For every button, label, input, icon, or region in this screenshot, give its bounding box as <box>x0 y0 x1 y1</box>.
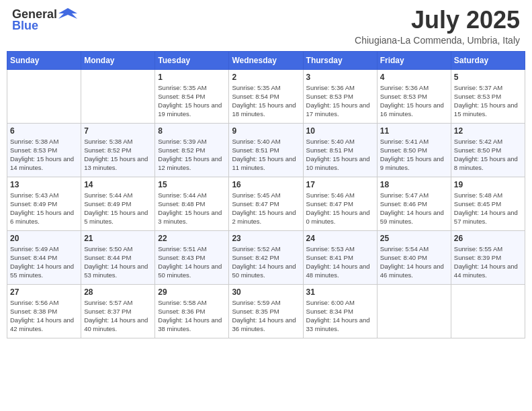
day-number: 3 <box>306 73 374 82</box>
sunrise-text: Sunrise: 5:55 AM <box>454 244 522 253</box>
col-tuesday: Tuesday <box>155 51 229 69</box>
day-number: 23 <box>232 234 300 243</box>
day-number: 7 <box>84 126 152 136</box>
sunset-text: Sunset: 8:44 PM <box>84 253 152 262</box>
day-info: Sunrise: 5:47 AMSunset: 8:46 PMDaylight:… <box>380 191 448 226</box>
sunset-text: Sunset: 8:54 PM <box>232 92 300 101</box>
location-title: Chiugiana-La Commenda, Umbria, Italy <box>355 35 520 46</box>
sunset-text: Sunset: 8:52 PM <box>84 146 152 154</box>
day-number: 16 <box>232 180 300 189</box>
table-row: 18Sunrise: 5:47 AMSunset: 8:46 PMDayligh… <box>377 177 451 230</box>
daylight-text: Daylight: 14 hours and 40 minutes. <box>84 316 152 334</box>
sunrise-text: Sunrise: 5:40 AM <box>232 137 300 146</box>
daylight-text: Daylight: 14 hours and 50 minutes. <box>232 262 300 280</box>
sunrise-text: Sunrise: 6:00 AM <box>306 298 374 307</box>
sunset-text: Sunset: 8:49 PM <box>84 199 152 208</box>
col-friday: Friday <box>377 51 451 69</box>
col-sunday: Sunday <box>7 51 81 69</box>
sunrise-text: Sunrise: 5:36 AM <box>306 83 374 92</box>
sunrise-text: Sunrise: 5:44 AM <box>84 191 152 199</box>
table-row: 13Sunrise: 5:43 AMSunset: 8:49 PMDayligh… <box>7 177 81 230</box>
day-number: 11 <box>380 126 448 136</box>
day-number: 15 <box>158 180 226 189</box>
table-row: 7Sunrise: 5:38 AMSunset: 8:52 PMDaylight… <box>81 123 155 177</box>
day-info: Sunrise: 5:49 AMSunset: 8:44 PMDaylight:… <box>10 244 78 280</box>
day-info: Sunrise: 5:40 AMSunset: 8:51 PMDaylight:… <box>306 137 374 173</box>
logo-bird-icon <box>58 7 77 21</box>
day-number: 21 <box>84 234 152 243</box>
day-info: Sunrise: 5:53 AMSunset: 8:41 PMDaylight:… <box>306 244 374 280</box>
day-number: 1 <box>158 73 226 82</box>
day-info: Sunrise: 5:55 AMSunset: 8:39 PMDaylight:… <box>454 244 522 280</box>
day-info: Sunrise: 5:50 AMSunset: 8:44 PMDaylight:… <box>84 244 152 280</box>
sunrise-text: Sunrise: 5:40 AM <box>306 137 374 146</box>
sunset-text: Sunset: 8:38 PM <box>10 307 78 316</box>
sunset-text: Sunset: 8:52 PM <box>158 146 226 154</box>
sunrise-text: Sunrise: 5:53 AM <box>306 244 374 253</box>
calendar-week-1: 1Sunrise: 5:35 AMSunset: 8:54 PMDaylight… <box>7 69 525 123</box>
table-row <box>81 69 155 123</box>
daylight-text: Daylight: 15 hours and 2 minutes. <box>232 208 300 226</box>
table-row: 26Sunrise: 5:55 AMSunset: 8:39 PMDayligh… <box>451 230 525 284</box>
day-number: 20 <box>10 234 78 243</box>
daylight-text: Daylight: 14 hours and 57 minutes. <box>454 208 522 226</box>
day-info: Sunrise: 5:52 AMSunset: 8:42 PMDaylight:… <box>232 244 300 280</box>
table-row: 23Sunrise: 5:52 AMSunset: 8:42 PMDayligh… <box>229 230 303 284</box>
table-row: 22Sunrise: 5:51 AMSunset: 8:43 PMDayligh… <box>155 230 229 284</box>
daylight-text: Daylight: 14 hours and 36 minutes. <box>232 316 300 334</box>
table-row: 12Sunrise: 5:42 AMSunset: 8:50 PMDayligh… <box>451 123 525 177</box>
day-info: Sunrise: 5:58 AMSunset: 8:36 PMDaylight:… <box>158 298 226 334</box>
table-row: 24Sunrise: 5:53 AMSunset: 8:41 PMDayligh… <box>303 230 377 284</box>
sunset-text: Sunset: 8:50 PM <box>454 146 522 154</box>
table-row: 10Sunrise: 5:40 AMSunset: 8:51 PMDayligh… <box>303 123 377 177</box>
sunset-text: Sunset: 8:50 PM <box>380 146 448 154</box>
day-number: 24 <box>306 234 374 243</box>
sunrise-text: Sunrise: 5:49 AM <box>10 244 78 253</box>
sunrise-text: Sunrise: 5:56 AM <box>10 298 78 307</box>
sunset-text: Sunset: 8:41 PM <box>306 253 374 262</box>
daylight-text: Daylight: 15 hours and 18 minutes. <box>232 101 300 119</box>
day-number: 8 <box>158 126 226 136</box>
sunset-text: Sunset: 8:36 PM <box>158 307 226 316</box>
table-row <box>7 69 81 123</box>
day-number: 12 <box>454 126 522 136</box>
table-row: 14Sunrise: 5:44 AMSunset: 8:49 PMDayligh… <box>81 177 155 230</box>
day-number: 19 <box>454 180 522 189</box>
calendar-header-row: Sunday Monday Tuesday Wednesday Thursday… <box>7 51 525 69</box>
day-info: Sunrise: 5:40 AMSunset: 8:51 PMDaylight:… <box>232 137 300 173</box>
day-number: 18 <box>380 180 448 189</box>
calendar-week-3: 13Sunrise: 5:43 AMSunset: 8:49 PMDayligh… <box>7 177 525 230</box>
day-info: Sunrise: 5:39 AMSunset: 8:52 PMDaylight:… <box>158 137 226 173</box>
day-number: 29 <box>158 287 226 297</box>
table-row: 3Sunrise: 5:36 AMSunset: 8:53 PMDaylight… <box>303 69 377 123</box>
table-row: 19Sunrise: 5:48 AMSunset: 8:45 PMDayligh… <box>451 177 525 230</box>
day-info: Sunrise: 5:46 AMSunset: 8:47 PMDaylight:… <box>306 191 374 226</box>
day-info: Sunrise: 5:36 AMSunset: 8:53 PMDaylight:… <box>380 83 448 119</box>
day-number: 2 <box>232 73 300 82</box>
daylight-text: Daylight: 15 hours and 11 minutes. <box>232 154 300 173</box>
sunrise-text: Sunrise: 5:39 AM <box>158 137 226 146</box>
day-info: Sunrise: 5:41 AMSunset: 8:50 PMDaylight:… <box>380 137 448 173</box>
col-saturday: Saturday <box>451 51 525 69</box>
day-number: 30 <box>232 287 300 297</box>
sunrise-text: Sunrise: 5:45 AM <box>232 191 300 199</box>
table-row: 1Sunrise: 5:35 AMSunset: 8:54 PMDaylight… <box>155 69 229 123</box>
table-row <box>377 284 451 338</box>
sunset-text: Sunset: 8:49 PM <box>10 199 78 208</box>
table-row: 17Sunrise: 5:46 AMSunset: 8:47 PMDayligh… <box>303 177 377 230</box>
table-row: 4Sunrise: 5:36 AMSunset: 8:53 PMDaylight… <box>377 69 451 123</box>
sunset-text: Sunset: 8:44 PM <box>10 253 78 262</box>
sunrise-text: Sunrise: 5:50 AM <box>84 244 152 253</box>
sunrise-text: Sunrise: 5:48 AM <box>454 191 522 199</box>
table-row: 21Sunrise: 5:50 AMSunset: 8:44 PMDayligh… <box>81 230 155 284</box>
daylight-text: Daylight: 15 hours and 6 minutes. <box>10 208 78 226</box>
svg-marker-0 <box>58 8 77 19</box>
day-info: Sunrise: 5:48 AMSunset: 8:45 PMDaylight:… <box>454 191 522 226</box>
table-row: 20Sunrise: 5:49 AMSunset: 8:44 PMDayligh… <box>7 230 81 284</box>
table-row: 15Sunrise: 5:44 AMSunset: 8:48 PMDayligh… <box>155 177 229 230</box>
day-info: Sunrise: 5:35 AMSunset: 8:54 PMDaylight:… <box>232 83 300 119</box>
sunset-text: Sunset: 8:34 PM <box>306 307 374 316</box>
sunset-text: Sunset: 8:51 PM <box>306 146 374 154</box>
day-info: Sunrise: 5:44 AMSunset: 8:49 PMDaylight:… <box>84 191 152 226</box>
day-info: Sunrise: 5:38 AMSunset: 8:52 PMDaylight:… <box>84 137 152 173</box>
